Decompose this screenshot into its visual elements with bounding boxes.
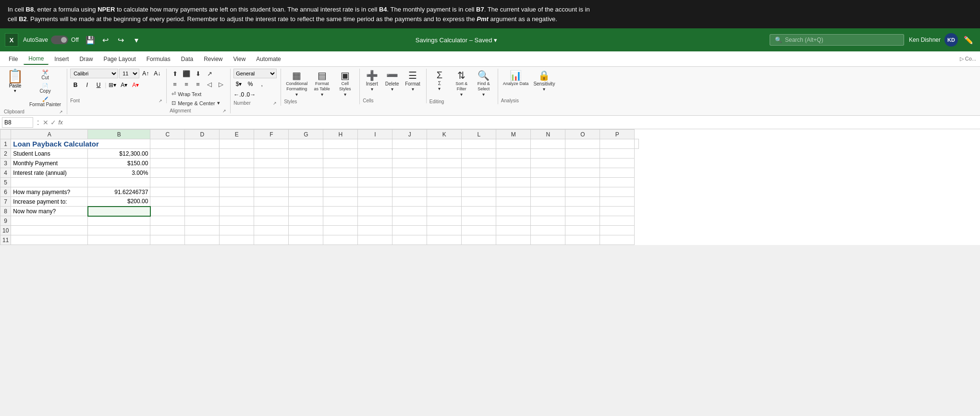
table-cell[interactable] xyxy=(11,178,88,187)
table-cell[interactable] xyxy=(427,168,462,178)
table-cell[interactable]: Student Loans xyxy=(11,149,88,159)
table-cell[interactable] xyxy=(565,187,600,197)
sum-button[interactable]: Σ Σ ▾ xyxy=(429,69,450,98)
table-cell[interactable] xyxy=(150,235,185,245)
table-cell[interactable] xyxy=(392,226,427,235)
table-cell[interactable] xyxy=(392,187,427,197)
table-cell[interactable] xyxy=(358,226,392,235)
menu-data[interactable]: Data xyxy=(176,54,198,64)
table-cell[interactable] xyxy=(254,159,289,168)
merge-center-button[interactable]: ⊡ Merge & Center ▾ xyxy=(170,99,222,107)
table-cell[interactable] xyxy=(600,178,635,187)
table-cell[interactable] xyxy=(220,149,254,159)
increase-font-button[interactable]: A↑ xyxy=(140,69,151,78)
search-box[interactable]: 🔍 xyxy=(770,34,904,46)
table-cell[interactable] xyxy=(462,197,496,207)
table-cell[interactable] xyxy=(254,178,289,187)
table-cell[interactable] xyxy=(392,235,427,245)
table-cell[interactable] xyxy=(531,235,565,245)
table-cell[interactable] xyxy=(323,235,358,245)
customize-button[interactable]: ▾ xyxy=(130,33,143,47)
table-cell[interactable] xyxy=(185,159,220,168)
table-cell[interactable] xyxy=(289,159,323,168)
table-cell[interactable] xyxy=(462,159,496,168)
table-cell[interactable] xyxy=(220,235,254,245)
table-cell[interactable] xyxy=(323,216,358,226)
table-cell[interactable] xyxy=(150,168,185,178)
col-header-m[interactable]: M xyxy=(496,130,531,139)
table-cell[interactable] xyxy=(392,207,427,216)
border-button[interactable]: ⊞▾ xyxy=(107,80,118,90)
table-cell[interactable] xyxy=(358,149,392,159)
row-header-4[interactable]: 4 xyxy=(0,168,11,178)
row-header-3[interactable]: 3 xyxy=(0,159,11,168)
table-cell[interactable] xyxy=(220,207,254,216)
table-cell[interactable] xyxy=(635,139,639,149)
table-cell[interactable] xyxy=(254,139,289,149)
autosave-toggle[interactable] xyxy=(51,36,68,44)
row-header-2[interactable]: 2 xyxy=(0,149,11,159)
table-cell[interactable] xyxy=(496,226,531,235)
table-cell[interactable] xyxy=(220,178,254,187)
table-cell[interactable] xyxy=(185,187,220,197)
table-cell[interactable] xyxy=(427,216,462,226)
align-right-button[interactable]: ≡ xyxy=(193,79,203,89)
col-header-a[interactable]: A xyxy=(11,130,88,139)
table-cell[interactable] xyxy=(150,197,185,207)
menu-automate[interactable]: Automate xyxy=(251,54,285,64)
table-cell[interactable] xyxy=(462,216,496,226)
table-cell[interactable] xyxy=(289,207,323,216)
table-cell[interactable] xyxy=(600,216,635,226)
table-cell[interactable] xyxy=(323,159,358,168)
table-cell[interactable] xyxy=(220,159,254,168)
table-cell[interactable] xyxy=(531,168,565,178)
font-color-button[interactable]: A▾ xyxy=(130,80,141,90)
table-cell[interactable]: Loan Payback Calculator xyxy=(11,139,150,149)
table-cell[interactable] xyxy=(323,226,358,235)
format-table-button[interactable]: ▤ Formatas Table ▾ xyxy=(311,69,332,98)
row-header-11[interactable]: 11 xyxy=(0,235,11,245)
col-header-j[interactable]: J xyxy=(392,130,427,139)
clipboard-expand[interactable]: ↗ xyxy=(59,110,63,114)
table-cell[interactable] xyxy=(531,226,565,235)
cut-button[interactable]: ✂️ Cut xyxy=(27,69,63,81)
number-expand[interactable]: ↗ xyxy=(273,101,277,106)
table-cell[interactable] xyxy=(392,197,427,207)
col-header-k[interactable]: K xyxy=(427,130,462,139)
table-cell[interactable] xyxy=(496,207,531,216)
col-header-b[interactable]: B xyxy=(88,130,150,139)
table-cell[interactable] xyxy=(565,168,600,178)
table-cell[interactable] xyxy=(88,235,150,245)
table-cell[interactable]: $200.00 xyxy=(88,197,150,207)
table-cell[interactable] xyxy=(392,178,427,187)
sheet-table-wrapper[interactable]: A B C D E F G H I J K L M N O P xyxy=(0,129,980,245)
table-cell[interactable]: $150.00 xyxy=(88,159,150,168)
table-cell[interactable] xyxy=(150,139,185,149)
delete-cells-button[interactable]: ➖ Delete ▾ xyxy=(383,69,401,93)
table-cell[interactable] xyxy=(289,139,323,149)
row-header-1[interactable]: 1 xyxy=(0,139,11,149)
table-cell[interactable] xyxy=(150,207,185,216)
table-cell[interactable] xyxy=(289,216,323,226)
table-cell[interactable]: 3.00% xyxy=(88,168,150,178)
table-cell[interactable] xyxy=(185,216,220,226)
align-middle-button[interactable]: ⬛ xyxy=(181,69,192,78)
table-cell[interactable] xyxy=(496,187,531,197)
table-cell[interactable] xyxy=(427,235,462,245)
table-cell[interactable] xyxy=(427,187,462,197)
indent-decrease-button[interactable]: ◁ xyxy=(204,79,215,89)
table-cell[interactable] xyxy=(565,139,600,149)
format-cells-button[interactable]: ☰ Format ▾ xyxy=(403,69,422,93)
col-header-g[interactable]: G xyxy=(289,130,323,139)
table-cell[interactable] xyxy=(254,216,289,226)
table-cell[interactable] xyxy=(358,187,392,197)
table-cell[interactable] xyxy=(358,178,392,187)
row-header-6[interactable]: 6 xyxy=(0,187,11,197)
table-cell[interactable] xyxy=(11,235,88,245)
cell-reference-box[interactable] xyxy=(2,117,33,128)
table-cell[interactable] xyxy=(565,159,600,168)
table-cell[interactable] xyxy=(427,178,462,187)
table-cell[interactable] xyxy=(185,168,220,178)
table-cell[interactable] xyxy=(220,139,254,149)
table-cell[interactable] xyxy=(531,216,565,226)
